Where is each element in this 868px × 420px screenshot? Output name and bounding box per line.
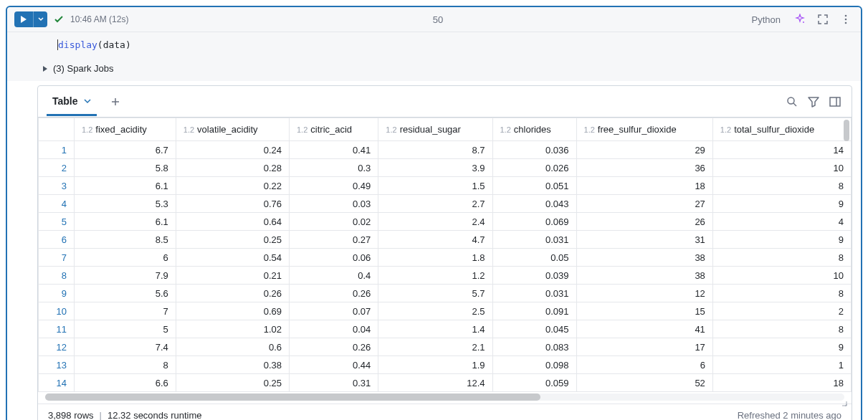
data-cell: 52 (576, 374, 712, 392)
data-cell: 10 (712, 159, 851, 177)
column-header[interactable]: 1.2chlorides (492, 118, 576, 141)
data-cell: 1.02 (176, 320, 289, 338)
data-cell: 4 (712, 213, 851, 231)
data-cell: 6.6 (75, 374, 176, 392)
table-row[interactable]: 16.70.240.418.70.0362914 (39, 141, 852, 159)
tab-table[interactable]: Table (47, 88, 97, 116)
column-header[interactable]: 1.2fixed_acidity (75, 118, 176, 141)
table-row[interactable]: 1151.020.041.40.045418 (39, 320, 852, 338)
notebook-cell: 10:46 AM (12s) 50 Python display(data) (… (6, 6, 862, 420)
more-menu-icon[interactable] (838, 11, 854, 27)
panel-layout-icon[interactable] (827, 94, 843, 110)
data-table: 1.2fixed_acidity1.2volatile_acidity1.2ci… (38, 118, 852, 392)
row-number-cell: 11 (39, 320, 75, 338)
data-cell: 12 (576, 285, 712, 302)
run-dropdown-button[interactable] (33, 11, 47, 27)
column-name: chlorides (514, 124, 551, 135)
data-cell: 18 (712, 374, 851, 392)
run-button[interactable] (14, 11, 33, 27)
table-row[interactable]: 146.60.250.3112.40.0595218 (39, 374, 852, 392)
search-icon[interactable] (784, 94, 800, 110)
data-cell: 0.043 (492, 195, 576, 213)
column-header[interactable]: 1.2free_sulfur_dioxide (576, 118, 712, 141)
table-row[interactable]: 56.10.640.022.40.069264 (39, 213, 852, 231)
data-cell: 1.5 (378, 177, 492, 195)
data-cell: 2.5 (378, 302, 492, 320)
table-header-row: 1.2fixed_acidity1.2volatile_acidity1.2ci… (39, 118, 852, 141)
data-cell: 8 (75, 356, 176, 374)
row-number-cell: 8 (39, 267, 75, 285)
column-type-badge: 1.2 (500, 125, 511, 134)
assistant-sparkle-icon[interactable] (792, 11, 808, 27)
column-header[interactable]: 1.2citric_acid (290, 118, 378, 141)
row-number-cell: 5 (39, 213, 75, 231)
data-cell: 0.3 (290, 159, 378, 177)
data-cell: 5.8 (75, 159, 176, 177)
data-cell: 0.098 (492, 356, 576, 374)
data-cell: 9 (712, 231, 851, 249)
data-cell: 15 (576, 302, 712, 320)
chevron-down-icon (84, 97, 91, 105)
table-row[interactable]: 25.80.280.33.90.0263610 (39, 159, 852, 177)
run-button-group (14, 11, 47, 27)
table-row[interactable]: 127.40.60.262.10.083179 (39, 338, 852, 356)
table-row[interactable]: 36.10.220.491.50.051188 (39, 177, 852, 195)
svg-point-9 (845, 22, 847, 24)
data-cell: 7.9 (75, 267, 176, 285)
output-tabs: Table (38, 86, 852, 118)
data-cell: 29 (576, 141, 712, 159)
table-row[interactable]: 45.30.760.032.70.043279 (39, 195, 852, 213)
code-editor[interactable]: display(data) (7, 32, 861, 57)
row-number-cell: 12 (39, 338, 75, 356)
column-type-badge: 1.2 (82, 125, 92, 134)
row-number-cell: 2 (39, 159, 75, 177)
data-cell: 0.76 (176, 195, 289, 213)
data-cell: 0.036 (492, 141, 576, 159)
spark-jobs-row[interactable]: (3) Spark Jobs (7, 57, 861, 81)
column-type-badge: 1.2 (183, 125, 194, 134)
language-label[interactable]: Python (748, 13, 785, 27)
data-cell: 8 (712, 285, 851, 302)
table-row[interactable]: 1380.380.441.90.09861 (39, 356, 852, 374)
column-header[interactable]: 1.2residual_sugar (378, 118, 492, 141)
data-cell: 14 (712, 141, 851, 159)
data-cell: 8 (712, 177, 851, 195)
data-cell: 0.26 (290, 285, 378, 302)
data-cell: 26 (576, 213, 712, 231)
table-row[interactable]: 1070.690.072.50.091152 (39, 302, 852, 320)
table-row[interactable]: 760.540.061.80.05388 (39, 249, 852, 267)
table-row[interactable]: 68.50.250.274.70.031319 (39, 231, 852, 249)
cell-center-label: 50 (134, 14, 741, 25)
data-cell: 6 (576, 356, 712, 374)
column-type-badge: 1.2 (584, 125, 595, 134)
filter-icon[interactable] (806, 94, 821, 110)
horizontal-scrollbar[interactable] (45, 393, 844, 401)
column-header[interactable]: 1.2volatile_acidity (176, 118, 289, 141)
scrollbar-thumb[interactable] (45, 393, 540, 401)
cell-toolbar: 10:46 AM (12s) 50 Python (7, 7, 861, 32)
data-cell: 0.02 (290, 213, 378, 231)
data-cell: 0.045 (492, 320, 576, 338)
column-name: fixed_acidity (95, 124, 147, 135)
data-cell: 1 (712, 356, 851, 374)
data-cell: 5.7 (378, 285, 492, 302)
column-header[interactable]: 1.2total_sulfur_dioxide (712, 118, 851, 141)
data-cell: 0.38 (176, 356, 289, 374)
data-cell: 41 (576, 320, 712, 338)
column-type-badge: 1.2 (386, 125, 396, 134)
data-cell: 0.28 (176, 159, 289, 177)
add-tab-button[interactable] (105, 92, 125, 112)
data-cell: 38 (576, 267, 712, 285)
data-cell: 31 (576, 231, 712, 249)
data-cell: 5.3 (75, 195, 176, 213)
data-cell: 1.4 (378, 320, 492, 338)
expand-icon[interactable] (815, 11, 831, 27)
table-row[interactable]: 95.60.260.265.70.031128 (39, 285, 852, 302)
table-row[interactable]: 87.90.210.41.20.0393810 (39, 267, 852, 285)
data-cell: 8.5 (75, 231, 176, 249)
vertical-scrollbar[interactable] (844, 120, 849, 141)
data-cell: 5.6 (75, 285, 176, 302)
data-cell: 0.03 (290, 195, 378, 213)
svg-point-7 (845, 15, 847, 17)
resize-handle-icon[interactable] (839, 398, 847, 406)
